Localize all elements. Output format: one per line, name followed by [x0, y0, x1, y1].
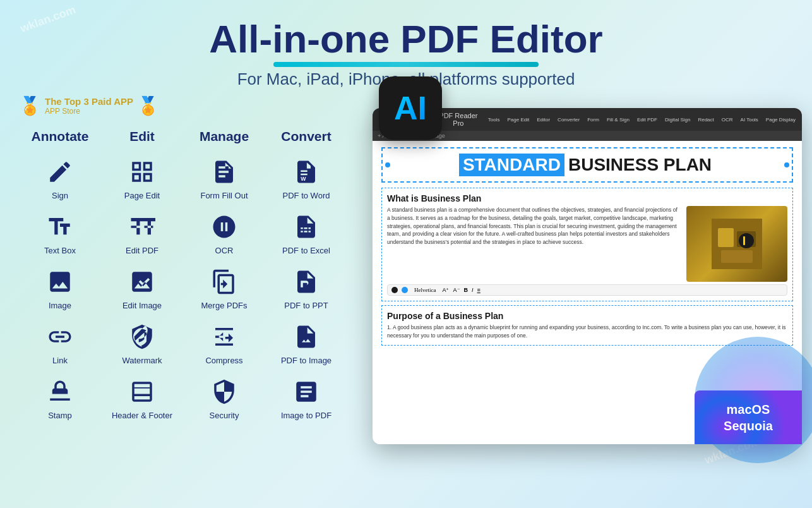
feature-ocr: OCR	[183, 205, 265, 260]
toolbar-buttons: Tools Page Edit Editor Converter Form Fi…	[488, 117, 796, 123]
badge-text: The Top 3 Paid APP APP Store	[45, 96, 133, 116]
main-title: All-in-one PDF Editor	[0, 18, 812, 61]
aitools-btn[interactable]: AI Tools	[741, 117, 758, 123]
editpdf-btn[interactable]: Edit PDF	[637, 117, 657, 123]
header: All-in-one PDF Editor For Mac, iPad, iPh…	[0, 0, 812, 89]
pdfexcel-icon	[290, 210, 323, 243]
ocr-btn[interactable]: OCR	[722, 117, 733, 123]
image-placeholder	[686, 206, 787, 282]
sign-label: Sign	[52, 191, 68, 200]
badge-left-icon: 🏅	[19, 95, 41, 116]
image-label: Image	[49, 301, 71, 310]
svg-rect-6	[743, 236, 745, 245]
svg-rect-4	[721, 250, 753, 263]
form-btn[interactable]: Form	[587, 117, 599, 123]
italic-btn[interactable]: I	[472, 287, 474, 293]
compress-icon	[208, 320, 241, 353]
imagepdf-icon	[290, 375, 323, 408]
feature-pdfppt: PDF to PPT	[265, 260, 347, 315]
digitalsign-btn[interactable]: Digital Sign	[665, 117, 690, 123]
watermark-label: Watermark	[122, 356, 162, 365]
section2-title: Purpose of a Business Plan	[387, 311, 787, 321]
section1-image	[686, 206, 787, 282]
editpdf-icon	[126, 210, 158, 243]
pdfimage-icon	[290, 320, 323, 353]
bold-btn[interactable]: B	[464, 287, 469, 293]
handle-left	[385, 162, 390, 167]
macos-text: macOS Sequoia	[724, 401, 773, 434]
col-header-annotate: Annotate	[19, 125, 101, 150]
editimage-label: Edit Image	[122, 301, 162, 310]
font-name[interactable]: Helvetica	[414, 287, 436, 293]
placeholder-svg	[712, 219, 762, 269]
ocr-label: OCR	[215, 246, 234, 255]
text-format-toolbar: Helvetica A⁺ A⁻ B I ≡	[387, 284, 787, 296]
feature-security: Security	[183, 370, 265, 425]
feature-editimage: Edit Image	[101, 260, 183, 315]
right-panel: AI 69% ▼ − + ← → PDF Reader Pro Tools Pa…	[373, 95, 802, 444]
section2-text: 1. A good business plan acts as a dynami…	[387, 324, 787, 340]
color-black[interactable]	[391, 287, 398, 293]
redact-btn[interactable]: Redact	[698, 117, 713, 123]
textbox-label: Text Box	[44, 246, 76, 255]
security-label: Security	[210, 411, 239, 420]
underline-btn[interactable]: ≡	[477, 287, 481, 293]
col-header-edit: Edit	[101, 125, 183, 150]
editor-btn[interactable]: Editor	[537, 117, 550, 123]
security-icon	[208, 375, 241, 408]
pageedit-btn[interactable]: Page Edit	[508, 117, 530, 123]
pdfppt-icon	[290, 265, 323, 298]
top-app-badge: 🏅 The Top 3 Paid APP APP Store 🏅	[19, 95, 159, 116]
headerfooter-icon	[126, 375, 158, 408]
feature-sign: Sign	[19, 150, 101, 205]
badge-bottom-text: APP Store	[45, 107, 133, 116]
font-size-up[interactable]: A⁺	[442, 287, 449, 293]
macos-line1: macOS	[724, 401, 773, 418]
content-area: 🏅 The Top 3 Paid APP APP Store 🏅 Annotat…	[0, 95, 812, 444]
link-label: Link	[52, 356, 68, 365]
pageedit-icon	[126, 155, 158, 188]
feature-editpdf: Edit PDF	[101, 205, 183, 260]
pagedisplay-btn[interactable]: Page Display	[766, 117, 796, 123]
svg-point-5	[739, 233, 754, 248]
stamp-icon	[44, 375, 76, 408]
tools-btn[interactable]: Tools	[488, 117, 500, 123]
feature-pageedit: Page Edit	[101, 150, 183, 205]
feature-pdfword: W PDF to Word	[265, 150, 347, 205]
pdfppt-label: PDF to PPT	[284, 301, 328, 310]
color-blue[interactable]	[402, 287, 408, 293]
pdfimage-label: PDF to Image	[281, 356, 331, 365]
headerfooter-label: Header & Footer	[112, 411, 172, 420]
feature-pdfexcel: PDF to Excel	[265, 205, 347, 260]
textbox-icon	[44, 210, 76, 243]
compress-label: Compress	[205, 356, 242, 365]
badge-right-icon: 🏅	[137, 95, 159, 116]
feature-mergepdfs: Merge PDFs	[183, 260, 265, 315]
title-underline	[273, 62, 539, 67]
formfill-icon	[208, 155, 241, 188]
ai-badge: AI	[379, 76, 442, 140]
pdf-section2: Purpose of a Business Plan 1. A good bus…	[381, 305, 793, 346]
ocr-icon	[208, 210, 241, 243]
feature-pdfimage: PDF to Image	[265, 315, 347, 370]
editpdf-label: Edit PDF	[126, 246, 158, 255]
badge-row: 🏅 The Top 3 Paid APP APP Store 🏅	[19, 95, 360, 116]
pdf-heading: STANDARD BUSINESS PLAN	[459, 154, 715, 176]
font-size-down[interactable]: A⁻	[453, 287, 460, 293]
macos-line2: Sequoia	[724, 418, 773, 434]
col-header-manage: Manage	[183, 125, 265, 150]
converter-btn[interactable]: Converter	[558, 117, 580, 123]
formfill-label: Form Fill Out	[200, 191, 248, 200]
feature-watermark: Watermark	[101, 315, 183, 370]
imagepdf-label: Image to PDF	[281, 411, 331, 420]
feature-imagepdf: Image to PDF	[265, 370, 347, 425]
features-grid: Annotate Edit Manage Convert Sign Page E…	[19, 125, 360, 425]
feature-stamp: Stamp	[19, 370, 101, 425]
badge-top-text: The Top 3 Paid APP	[45, 96, 133, 107]
watermark-icon	[126, 320, 158, 353]
sign-icon	[44, 155, 76, 188]
ai-text: AI	[394, 89, 427, 127]
editimage-icon	[126, 265, 158, 298]
fillsign-btn[interactable]: Fill & Sign	[607, 117, 630, 123]
feature-headerfooter: Header & Footer	[101, 370, 183, 425]
